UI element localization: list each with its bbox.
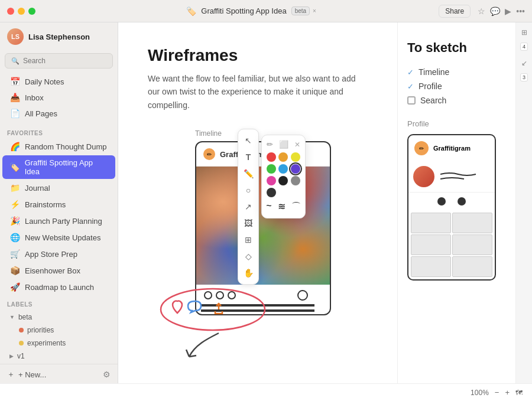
titlebar-actions: ☆ 💬 ▶ ••• bbox=[478, 6, 525, 16]
titlebar-right: Share ☆ 💬 ▶ ••• bbox=[439, 5, 525, 18]
label-dot-priorities bbox=[19, 328, 24, 332]
svg-point-4 bbox=[298, 291, 307, 300]
color-black[interactable] bbox=[278, 176, 288, 185]
sidebar-label-beta[interactable]: ▼ beta bbox=[2, 311, 115, 324]
color-blue[interactable] bbox=[278, 164, 288, 174]
pen-tool-icon[interactable]: ✏️ bbox=[242, 167, 255, 180]
grid-icon[interactable]: ⊞ bbox=[521, 28, 527, 37]
more-icon[interactable]: ••• bbox=[516, 6, 525, 16]
shape-tool-icon[interactable]: ○ bbox=[244, 184, 252, 197]
sidebar-nav: 📅 Daily Notes 📥 Inbox 📄 All Pages bbox=[0, 71, 118, 124]
cursor-tool-icon[interactable]: ↖ bbox=[243, 134, 254, 147]
maximize-button[interactable] bbox=[28, 8, 35, 15]
share-button[interactable]: Share bbox=[439, 5, 471, 18]
drawing-toolbar: ↖ T ✏️ ○ ↗ 🖼 ⊞ ◇ ✋ bbox=[238, 129, 259, 285]
right-panel-title: To sketch bbox=[407, 40, 506, 56]
component-tool-icon[interactable]: ◇ bbox=[244, 250, 254, 263]
sidebar-item-label: Random Thought Dump bbox=[25, 142, 107, 151]
collapse-icon[interactable]: ↙ bbox=[521, 59, 527, 67]
color-yellow[interactable] bbox=[291, 152, 300, 162]
titlebar-center: 🏷️ Graffiti Spotting App Idea beta × bbox=[64, 6, 439, 16]
color-picker-close[interactable]: ✕ bbox=[294, 141, 300, 149]
check-empty-icon bbox=[407, 96, 416, 105]
frame-tool-icon[interactable]: ⊞ bbox=[243, 233, 254, 246]
main-content: Wireframes We want the flow to feel fami… bbox=[118, 22, 532, 383]
arrow-tool-icon[interactable]: ↗ bbox=[243, 200, 254, 213]
labels-label: LABELS bbox=[0, 295, 118, 309]
sidebar-item-label: Daily Notes bbox=[25, 77, 64, 86]
sidebar-item-inbox[interactable]: 📥 Inbox bbox=[2, 90, 115, 105]
beta-close-icon[interactable]: × bbox=[313, 8, 316, 14]
color-red[interactable] bbox=[267, 152, 276, 162]
editor-area: Wireframes We want the flow to feel fami… bbox=[118, 22, 397, 383]
sidebar-item-random-thought[interactable]: 🌈 Random Thought Dump bbox=[2, 139, 115, 154]
color-gray[interactable] bbox=[291, 176, 300, 185]
sidebar-item-launch-party[interactable]: 🎉 Launch Party Planning bbox=[2, 213, 115, 229]
sidebar-item-roadmap[interactable]: 🚀 Roadmap to Launch bbox=[2, 279, 115, 295]
sidebar-item-graffiti[interactable]: 🏷️ Graffiti Spotting App Idea bbox=[2, 155, 115, 179]
party-icon: 🎉 bbox=[9, 216, 20, 226]
sidebar-item-brainstorms[interactable]: ⚡ Brainstorms bbox=[2, 197, 115, 212]
grid-cell bbox=[452, 213, 492, 233]
pencil-icon[interactable]: ✏ bbox=[267, 140, 273, 149]
sidebar-label-experiments[interactable]: experiments bbox=[2, 337, 115, 350]
sidebar-item-journal[interactable]: 📁 Journal bbox=[2, 180, 115, 195]
image-tool-icon[interactable]: 🖼 bbox=[242, 217, 254, 230]
new-button[interactable]: ＋ + New... bbox=[7, 369, 46, 380]
profile-app-name: Graffitigram bbox=[433, 145, 471, 152]
profile-wireframe: ✏ Graffitigram bbox=[407, 134, 496, 281]
brush-style-3[interactable]: ⌒ bbox=[291, 201, 301, 213]
brush-style-1[interactable]: ~ bbox=[266, 201, 271, 213]
profile-dots bbox=[408, 193, 495, 210]
sidebar-item-label: All Pages bbox=[25, 109, 57, 118]
color-green[interactable] bbox=[267, 164, 276, 174]
color-grid bbox=[267, 152, 300, 197]
badge-3: 3 bbox=[520, 73, 528, 81]
beta-badge: beta bbox=[291, 6, 310, 15]
eraser-icon[interactable]: ⬜ bbox=[279, 140, 288, 149]
map-icon[interactable]: 🗺 bbox=[515, 389, 523, 397]
star-icon[interactable]: ☆ bbox=[478, 6, 485, 16]
section-title: Wireframes bbox=[148, 46, 368, 65]
color-purple[interactable] bbox=[291, 164, 300, 174]
brush-style-2[interactable]: ≋ bbox=[278, 201, 286, 213]
check-icon: ✓ bbox=[407, 68, 414, 77]
sidebar-item-daily-notes[interactable]: 📅 Daily Notes bbox=[2, 74, 115, 89]
grid-cell bbox=[411, 234, 451, 255]
right-panel: To sketch ✓ Timeline ✓ Profile Search Pr… bbox=[397, 22, 515, 383]
sidebar-label-priorities[interactable]: priorities bbox=[2, 324, 115, 337]
zoom-in-button[interactable]: + bbox=[505, 388, 510, 397]
sidebar-item-all-pages[interactable]: 📄 All Pages bbox=[2, 106, 115, 121]
text-tool-icon[interactable]: T bbox=[244, 151, 253, 164]
chat-icon[interactable]: 💬 bbox=[490, 6, 500, 16]
sidebar-label-v1[interactable]: ▶ v1 bbox=[2, 350, 115, 363]
close-button[interactable] bbox=[7, 8, 14, 15]
grid-cell bbox=[411, 256, 451, 277]
color-orange[interactable] bbox=[278, 152, 288, 162]
sidebar-item-eisenhower[interactable]: 📦 Eisenhower Box bbox=[2, 263, 115, 278]
todo-search: Search bbox=[407, 93, 506, 107]
page-title: Graffiti Spotting App Idea bbox=[201, 6, 286, 15]
sidebar-item-new-website[interactable]: 🌐 New Website Updates bbox=[2, 230, 115, 245]
settings-icon[interactable]: ⚙ bbox=[103, 370, 111, 379]
minimize-button[interactable] bbox=[18, 8, 25, 15]
search-input[interactable] bbox=[23, 57, 106, 65]
profile-lines-sketch bbox=[440, 169, 488, 181]
sidebar-user[interactable]: LS Lisa Stephenson bbox=[0, 22, 118, 51]
color-darkgray[interactable] bbox=[267, 188, 276, 197]
app-body: LS Lisa Stephenson 🔍 📅 Daily Notes 📥 Inb… bbox=[0, 22, 532, 383]
avatar: LS bbox=[7, 28, 24, 45]
play-icon[interactable]: ▶ bbox=[505, 6, 511, 16]
color-picker: ✏ ⬜ ✕ ~ ≋ bbox=[261, 135, 306, 219]
search-bar[interactable]: 🔍 bbox=[5, 53, 113, 69]
grid-cell bbox=[452, 256, 492, 277]
folder-icon: 📁 bbox=[9, 183, 20, 193]
zoom-out-button[interactable]: − bbox=[495, 388, 499, 397]
todo-label: Timeline bbox=[419, 67, 449, 77]
sidebar-item-app-store[interactable]: 🛒 App Store Prep bbox=[2, 246, 115, 262]
section-subtitle: We want the flow to feel familiar, but w… bbox=[148, 72, 368, 112]
hand-tool-icon[interactable]: ✋ bbox=[242, 266, 255, 279]
window-controls bbox=[7, 8, 35, 15]
collapse-icon: ▶ bbox=[9, 353, 14, 359]
color-pink[interactable] bbox=[267, 176, 276, 185]
